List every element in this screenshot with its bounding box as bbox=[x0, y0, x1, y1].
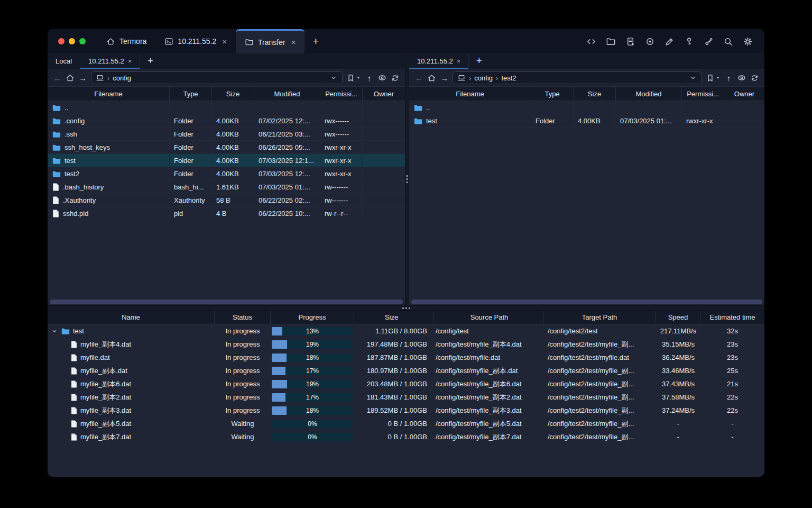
show-hidden-eye-icon[interactable] bbox=[737, 73, 746, 83]
show-hidden-eye-icon[interactable] bbox=[377, 73, 387, 83]
column-source-path[interactable]: Source Path bbox=[433, 311, 543, 324]
add-panel-tab-button[interactable]: + bbox=[140, 53, 160, 69]
column-size[interactable]: Size bbox=[212, 87, 254, 101]
table-row[interactable]: test2 Folder 4.00KB 07/03/2025 12:... rw… bbox=[48, 167, 405, 180]
close-window-button[interactable] bbox=[58, 38, 64, 44]
minimize-window-button[interactable] bbox=[69, 38, 75, 44]
back-button[interactable]: ← bbox=[53, 74, 62, 83]
computer-icon bbox=[457, 74, 466, 82]
forward-button[interactable]: → bbox=[78, 74, 87, 83]
transfer-row[interactable]: myfile_副本5.dat Waiting 0% 0 B / 1.00GB /… bbox=[48, 417, 764, 430]
table-row[interactable]: ssh_host_keys Folder 4.00KB 06/26/2025 0… bbox=[48, 141, 405, 154]
column-owner[interactable]: Owner bbox=[363, 87, 405, 101]
transfer-row[interactable]: myfile_副本.dat In progress 17% 180.97MB /… bbox=[48, 364, 764, 377]
edit-icon[interactable] bbox=[665, 37, 675, 47]
refresh-icon[interactable] bbox=[750, 74, 759, 83]
vertical-splitter[interactable] bbox=[405, 53, 409, 305]
transfer-row[interactable]: myfile.dat In progress 18% 187.87MB / 1.… bbox=[48, 351, 764, 364]
column-filename[interactable]: Filename bbox=[48, 87, 170, 101]
size: 197.48MB / 1.00GB bbox=[354, 338, 433, 351]
tab-host-terminal[interactable]: 10.211.55.2 × bbox=[155, 29, 236, 53]
key-icon[interactable] bbox=[684, 37, 694, 47]
bookmark-control[interactable] bbox=[346, 74, 361, 83]
bookmark-control[interactable] bbox=[706, 74, 721, 83]
table-row[interactable]: .bash_history bash_hi... 1.61KB 07/03/20… bbox=[48, 180, 405, 194]
column-size[interactable]: Size bbox=[574, 87, 616, 101]
settings-icon[interactable] bbox=[743, 37, 753, 47]
add-panel-tab-button[interactable]: + bbox=[469, 53, 489, 69]
new-tab-button[interactable]: + bbox=[304, 29, 327, 53]
tab-remote-host[interactable]: 10.211.55.2 × bbox=[80, 53, 140, 69]
keychain-icon[interactable] bbox=[704, 37, 714, 47]
table-row[interactable]: sshd.pid pid 4 B 06/22/2025 10:... rw-r-… bbox=[48, 207, 405, 220]
tab-transfer[interactable]: Transfer × bbox=[236, 29, 304, 53]
column-modified[interactable]: Modified bbox=[616, 87, 682, 101]
left-file-table: Filename Type Size Modified Permissi... … bbox=[48, 87, 405, 305]
close-tab-icon[interactable]: × bbox=[291, 38, 296, 47]
home-button[interactable] bbox=[66, 74, 75, 83]
column-target-path[interactable]: Target Path bbox=[543, 311, 656, 324]
progress-bar: 18% bbox=[272, 406, 353, 415]
back-button[interactable]: ← bbox=[414, 74, 423, 83]
column-permissions[interactable]: Permissi... bbox=[320, 87, 363, 101]
table-row[interactable]: test Folder 4.00KB 07/03/2025 01:... rwx… bbox=[409, 114, 764, 128]
table-row[interactable]: .config Folder 4.00KB 07/02/2025 12:... … bbox=[48, 114, 405, 128]
size: 187.87MB / 1.00GB bbox=[354, 351, 433, 364]
target-path: /config/test2/test/myfile_副... bbox=[543, 430, 656, 443]
column-speed[interactable]: Speed bbox=[656, 311, 700, 324]
column-type[interactable]: Type bbox=[531, 87, 574, 101]
transfer-row[interactable]: myfile_副本7.dat Waiting 0% 0 B / 1.00GB /… bbox=[48, 430, 764, 443]
column-filename[interactable]: Filename bbox=[409, 87, 531, 101]
column-name[interactable]: Name bbox=[48, 311, 215, 324]
maximize-window-button[interactable] bbox=[79, 38, 86, 44]
table-row[interactable]: .ssh Folder 4.00KB 06/21/2025 03:... rwx… bbox=[48, 128, 405, 141]
tab-local[interactable]: Local bbox=[48, 53, 80, 69]
chevron-down-icon[interactable] bbox=[689, 74, 697, 82]
close-tab-icon[interactable]: × bbox=[222, 37, 227, 46]
up-directory-button[interactable]: ↑ bbox=[365, 74, 374, 83]
search-icon[interactable] bbox=[723, 37, 733, 47]
scrollbar-thumb[interactable] bbox=[50, 300, 403, 304]
transfer-row[interactable]: myfile_副本4.dat In progress 19% 197.48MB … bbox=[48, 338, 764, 351]
column-estimated-time[interactable]: Estimated time bbox=[700, 311, 764, 324]
path-input[interactable]: › config bbox=[91, 71, 343, 84]
record-icon[interactable] bbox=[645, 37, 655, 47]
scrollbar-thumb[interactable] bbox=[411, 300, 762, 304]
estimated-time: 25s bbox=[700, 364, 764, 377]
column-status[interactable]: Status bbox=[215, 311, 271, 324]
column-modified[interactable]: Modified bbox=[254, 87, 320, 101]
column-progress[interactable]: Progress bbox=[271, 311, 354, 324]
column-permissions[interactable]: Permissi... bbox=[682, 87, 724, 101]
column-owner[interactable]: Owner bbox=[724, 87, 764, 101]
code-icon[interactable] bbox=[586, 37, 596, 47]
right-nav-bar: ← → › config › test2 ↑ bbox=[409, 69, 764, 87]
chevron-down-icon[interactable] bbox=[329, 74, 338, 82]
home-button[interactable] bbox=[427, 74, 436, 83]
breadcrumb-segment[interactable]: test2 bbox=[501, 74, 516, 82]
table-row[interactable]: .Xauthority Xauthority 58 B 06/22/2025 0… bbox=[48, 194, 405, 207]
progress-label: 18% bbox=[272, 406, 353, 415]
folder-icon[interactable] bbox=[606, 37, 616, 47]
transfer-row[interactable]: myfile_副本3.dat In progress 18% 189.52MB … bbox=[48, 404, 764, 417]
transfer-row[interactable]: test In progress 13% 1.11GB / 8.00GB /co… bbox=[48, 324, 764, 338]
up-directory-button[interactable]: ↑ bbox=[724, 74, 733, 83]
column-size[interactable]: Size bbox=[354, 311, 433, 324]
expander-chevron-down-icon[interactable] bbox=[51, 328, 58, 335]
horizontal-splitter[interactable] bbox=[48, 305, 764, 311]
table-row-selected[interactable]: test Folder 4.00KB 07/03/2025 12:1... rw… bbox=[48, 154, 405, 167]
tab-remote-host[interactable]: 10.211.55.2 × bbox=[409, 53, 469, 69]
column-type[interactable]: Type bbox=[170, 87, 212, 101]
table-row[interactable]: .. bbox=[48, 101, 405, 114]
forward-button[interactable]: → bbox=[440, 74, 449, 83]
transfer-row[interactable]: myfile_副本2.dat In progress 17% 181.43MB … bbox=[48, 391, 764, 404]
breadcrumb-segment[interactable]: config bbox=[113, 74, 131, 82]
refresh-icon[interactable] bbox=[391, 74, 400, 83]
tab-termora[interactable]: Termora bbox=[97, 29, 155, 53]
path-input[interactable]: › config › test2 bbox=[453, 71, 702, 84]
transfer-row[interactable]: myfile_副本6.dat In progress 19% 203.48MB … bbox=[48, 377, 764, 391]
breadcrumb-segment[interactable]: config bbox=[474, 74, 493, 82]
table-row[interactable]: .. bbox=[409, 101, 764, 114]
close-tab-icon[interactable]: × bbox=[128, 57, 132, 65]
log-icon[interactable] bbox=[625, 37, 635, 47]
close-tab-icon[interactable]: × bbox=[457, 57, 461, 65]
